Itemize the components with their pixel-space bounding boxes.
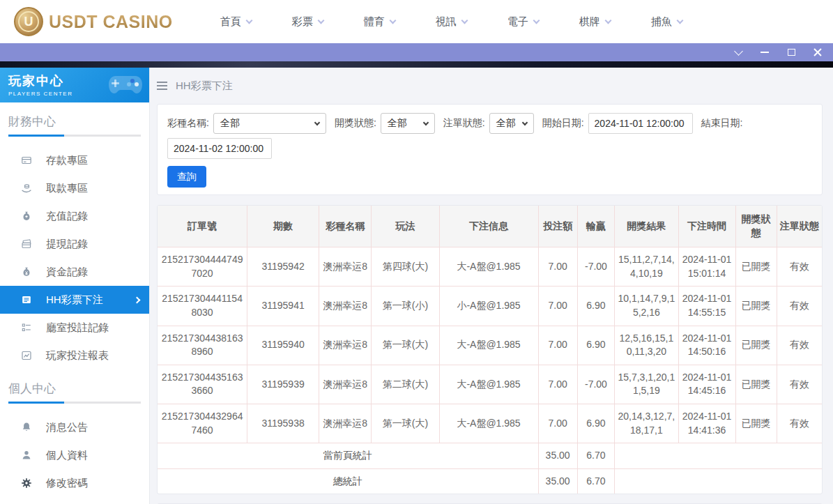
col-lottery-name: 彩種名稱 (319, 206, 372, 247)
window-minimize-icon[interactable] (759, 47, 770, 58)
lottery-name-select[interactable]: 全部 (213, 113, 326, 134)
chevron-down-icon (676, 17, 683, 24)
current-page-winloss: 6.70 (577, 443, 614, 469)
page-title: HH彩票下注 (176, 79, 233, 93)
nav-item-fishing[interactable]: 捕魚 (651, 15, 682, 29)
section-header-personal: 個人中心 (8, 381, 141, 397)
draw-status-label: 開獎狀態: (335, 117, 376, 130)
col-order-id: 訂單號 (158, 206, 247, 247)
sidebar-item-room-bet-records[interactable]: 廳室投註記錄 (0, 314, 149, 342)
window-collapse-icon[interactable] (733, 47, 744, 58)
start-date-label: 開始日期: (542, 117, 584, 130)
nav-item-sports[interactable]: 體育 (364, 15, 395, 29)
section-header-finance: 財務中心 (8, 114, 141, 130)
sidebar: 玩家中心 PLAYERS CENTER 財務中心 存款專區 (0, 68, 150, 504)
nav-item-live[interactable]: 視訊 (436, 15, 467, 29)
players-center-banner: 玩家中心 PLAYERS CENTER (0, 68, 149, 102)
summary-row-current-page: 當前頁統計 35.00 6.70 (158, 443, 822, 469)
nav-item-boardgames[interactable]: 棋牌 (579, 15, 611, 29)
section-divider (8, 135, 141, 137)
table-row: 2152173044447497020 31195942 澳洲幸运8 第四球(大… (158, 247, 822, 287)
search-button[interactable]: 查詢 (167, 166, 206, 188)
chevron-down-icon (423, 119, 429, 125)
order-status-label: 注單狀態: (443, 117, 485, 130)
order-status-select[interactable]: 全部 (489, 113, 534, 134)
sidebar-item-withdraw[interactable]: 取款專區 (0, 174, 149, 202)
coin-logo-icon: U (14, 7, 43, 36)
decorative-strip (0, 61, 833, 68)
brand-name: USDT CASINO (49, 12, 173, 32)
withdrawal-wallet-icon (21, 238, 32, 250)
table-row: 2152173044329647460 31195938 澳洲幸运8 第一球(大… (158, 404, 822, 443)
chevron-down-icon (317, 17, 324, 24)
start-date-input[interactable] (588, 113, 693, 134)
col-period: 期數 (247, 206, 319, 247)
sidebar-item-change-password[interactable]: 修改密碼 (0, 469, 149, 497)
table-row: 2152173044351633660 31195939 澳洲幸运8 第二球(大… (158, 365, 822, 404)
chevron-down-icon (604, 17, 611, 24)
sidebar-item-player-bet-report[interactable]: 玩家投注報表 (0, 342, 149, 369)
col-winloss: 輸贏 (577, 206, 614, 247)
window-close-icon[interactable] (812, 47, 823, 58)
bets-table-card: 訂單號 期數 彩種名稱 玩法 下注信息 投注額 輸贏 開獎結果 下注時間 開獎狀… (157, 205, 823, 494)
col-draw-status: 開獎狀態 (735, 206, 777, 247)
total-stats-label: 總統計 (158, 468, 538, 494)
chevron-down-icon (389, 17, 396, 24)
main-content: HH彩票下注 彩種名稱: 全部 開獎狀態: 全部 注單狀態: 全部 開始日期: … (150, 68, 833, 504)
draw-status-select[interactable]: 全部 (381, 113, 435, 134)
player-report-icon (21, 350, 32, 361)
filter-panel: 彩種名稱: 全部 開獎狀態: 全部 注單狀態: 全部 開始日期: 結束日期: 查… (157, 104, 823, 195)
current-page-amount: 35.00 (538, 443, 577, 469)
nav-item-home[interactable]: 首頁 (220, 15, 252, 29)
end-date-input[interactable] (167, 138, 272, 159)
withdraw-hand-icon (21, 183, 32, 194)
chevron-down-icon (245, 17, 252, 24)
funds-bag-icon (21, 266, 32, 277)
recharge-bag-icon (21, 211, 32, 222)
sidebar-item-withdrawal-records[interactable]: 提現記錄 (0, 230, 149, 258)
chevron-right-icon (134, 296, 141, 303)
table-row: 2152173044381638960 31195940 澳洲幸运8 第一球(大… (158, 326, 822, 365)
bell-icon (21, 422, 32, 433)
nav-item-lottery[interactable]: 彩票 (292, 15, 323, 29)
window-titlebar (0, 43, 833, 61)
col-order-status: 注單狀態 (777, 206, 822, 247)
total-amount: 35.00 (538, 468, 577, 494)
col-result: 開獎結果 (615, 206, 678, 247)
room-bets-icon (21, 322, 32, 333)
section-divider (8, 402, 141, 404)
top-navigation-bar: U USDT CASINO 首頁 彩票 體育 視訊 電子 棋牌 捕魚 (0, 0, 833, 43)
sidebar-item-funds-records[interactable]: 資金記錄 (0, 258, 149, 286)
table-row: 2152173044411548030 31195941 澳洲幸运8 第一球(小… (158, 287, 822, 326)
deposit-card-icon (21, 155, 32, 166)
sidebar-item-profile[interactable]: 個人資料 (0, 441, 149, 469)
gamepad-icon (107, 72, 144, 97)
chevron-down-icon (521, 119, 527, 125)
chevron-down-icon (461, 17, 468, 24)
col-bet-info: 下注信息 (439, 206, 538, 247)
table-header-row: 訂單號 期數 彩種名稱 玩法 下注信息 投注額 輸贏 開獎結果 下注時間 開獎狀… (158, 206, 822, 247)
chevron-down-icon (533, 17, 540, 24)
nav-item-slots[interactable]: 電子 (507, 15, 539, 29)
bets-table: 訂單號 期數 彩種名稱 玩法 下注信息 投注額 輸贏 開獎結果 下注時間 開獎狀… (158, 206, 822, 494)
brand-logo: U USDT CASINO (14, 7, 173, 36)
col-play: 玩法 (372, 206, 439, 247)
sidebar-item-announcements[interactable]: 消息公告 (0, 413, 149, 441)
lottery-name-label: 彩種名稱: (167, 117, 209, 130)
col-amount: 投注額 (538, 206, 577, 247)
gear-icon (21, 478, 32, 489)
lottery-bets-icon (21, 294, 32, 305)
current-page-stats-label: 當前頁統計 (158, 443, 538, 469)
sidebar-item-deposit[interactable]: 存款專區 (0, 146, 149, 174)
col-bet-time: 下注時間 (678, 206, 735, 247)
hamburger-menu-icon[interactable] (157, 79, 167, 92)
main-nav: 首頁 彩票 體育 視訊 電子 棋牌 捕魚 (220, 15, 682, 29)
sidebar-item-hh-lottery-bets[interactable]: HH彩票下注 (0, 286, 149, 314)
window-maximize-icon[interactable] (786, 47, 797, 58)
user-icon (21, 450, 32, 461)
chevron-down-icon (314, 119, 320, 125)
end-date-label: 結束日期: (701, 117, 743, 130)
sidebar-item-recharge-records[interactable]: 充值記錄 (0, 202, 149, 230)
total-winloss: 6.70 (577, 468, 614, 494)
logo-monogram: U (24, 15, 33, 29)
